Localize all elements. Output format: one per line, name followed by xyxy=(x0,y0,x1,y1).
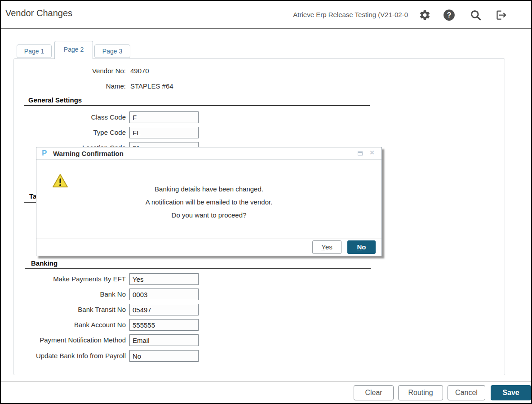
class-code-row: Class Code xyxy=(14,111,505,123)
bank-account-label: Bank Account No xyxy=(14,321,126,329)
payment-notification-row: Payment Notification Method xyxy=(14,334,505,346)
vendor-name-row: Name: STAPLES #64 xyxy=(14,80,505,92)
banking-rule xyxy=(25,268,371,269)
bank-account-row: Bank Account No xyxy=(14,319,505,331)
clear-button[interactable]: Clear xyxy=(354,385,394,400)
header-divider xyxy=(1,28,531,29)
eft-input[interactable] xyxy=(129,273,199,285)
class-code-input[interactable] xyxy=(129,111,199,123)
vendor-no-value: 49070 xyxy=(130,67,149,75)
class-code-label: Class Code xyxy=(14,113,126,121)
app-logo-icon: P xyxy=(42,149,47,158)
no-button[interactable]: No xyxy=(347,240,376,254)
help-icon[interactable]: ? xyxy=(443,9,455,21)
vendor-name-label: Name: xyxy=(14,82,126,90)
update-bank-info-label: Update Bank Info from Payroll xyxy=(14,352,126,360)
dialog-message-3: Do you want to proceed? xyxy=(36,211,381,219)
yes-button[interactable]: Yes xyxy=(312,240,341,254)
app-window: Vendor Changes Atrieve Erp Release Testi… xyxy=(0,0,532,404)
dialog-message-1: Banking details have been changed. xyxy=(36,185,381,193)
save-button[interactable]: Save xyxy=(491,385,531,400)
bank-no-input[interactable] xyxy=(129,289,199,300)
dialog-title: Warning Confirmation xyxy=(53,150,124,157)
bank-transit-row: Bank Transit No xyxy=(14,304,505,315)
page-title: Vendor Changes xyxy=(5,8,72,18)
environment-label: Atrieve Erp Release Testing (V21-02-0 xyxy=(293,11,408,18)
tax-section-heading-partial: Ta xyxy=(29,192,36,200)
dialog-footer-divider xyxy=(36,239,381,239)
cancel-button[interactable]: Cancel xyxy=(448,385,485,400)
general-settings-rule xyxy=(24,105,370,106)
vendor-no-row: Vendor No: 49070 xyxy=(14,65,505,77)
vendor-no-label: Vendor No: xyxy=(14,67,126,75)
svg-text:?: ? xyxy=(447,11,452,19)
routing-button[interactable]: Routing xyxy=(398,385,443,400)
type-code-input[interactable] xyxy=(129,127,199,138)
close-icon[interactable]: × xyxy=(370,148,374,157)
tab-page-3[interactable]: Page 3 xyxy=(94,44,130,58)
update-bank-info-input[interactable] xyxy=(129,350,199,362)
bank-no-label: Bank No xyxy=(14,290,126,298)
banking-heading: Banking xyxy=(31,259,58,267)
vendor-name-value: STAPLES #64 xyxy=(130,82,173,90)
tab-page-1[interactable]: Page 1 xyxy=(17,44,52,58)
eft-label: Make Payments By EFT xyxy=(14,275,126,283)
payment-notification-label: Payment Notification Method xyxy=(14,336,126,344)
dialog-message-2: A notification will be emailed to the ve… xyxy=(36,198,381,206)
type-code-row: Type Code xyxy=(14,127,505,138)
settings-gear-icon[interactable] xyxy=(419,9,431,21)
footer-divider xyxy=(1,381,531,382)
type-code-label: Type Code xyxy=(14,129,126,136)
eft-row: Make Payments By EFT xyxy=(14,273,505,285)
logout-icon[interactable] xyxy=(495,9,507,21)
bank-transit-label: Bank Transit No xyxy=(14,306,126,313)
warning-confirmation-dialog: P Warning Confirmation × Banking details… xyxy=(36,147,382,256)
search-icon[interactable] xyxy=(470,9,482,21)
bank-transit-input[interactable] xyxy=(129,304,199,315)
bank-account-input[interactable] xyxy=(129,319,199,331)
tab-page-2[interactable]: Page 2 xyxy=(54,41,93,59)
bank-no-row: Bank No xyxy=(14,289,505,300)
update-bank-info-row: Update Bank Info from Payroll xyxy=(14,350,505,362)
general-settings-heading: General Settings xyxy=(28,96,82,104)
maximize-icon[interactable] xyxy=(358,151,363,155)
payment-notification-input[interactable] xyxy=(129,334,199,346)
dialog-titlebar[interactable]: P Warning Confirmation × xyxy=(36,147,381,160)
